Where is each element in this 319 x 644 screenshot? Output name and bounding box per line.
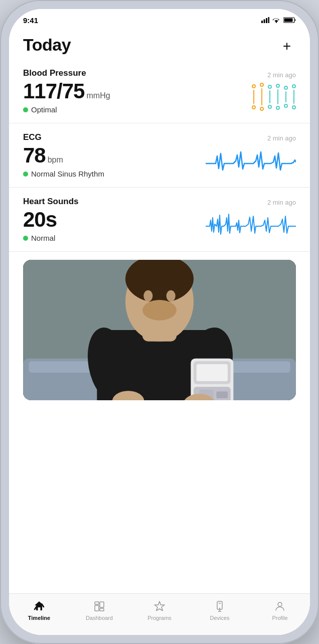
ecg-value: 78: [23, 143, 46, 168]
svg-point-36: [219, 608, 220, 609]
hs-value-row: 20s: [23, 208, 79, 232]
dashboard-label: Dashboard: [86, 615, 113, 621]
bp-dot: [260, 83, 264, 87]
heart-sounds-waveform: [206, 210, 296, 240]
bp-visual: [252, 83, 296, 111]
dashboard-svg: [93, 600, 105, 612]
nav-item-dashboard[interactable]: Dashboard: [69, 599, 129, 621]
bp-bar-1: [252, 84, 256, 109]
svg-rect-32: [95, 605, 99, 611]
svg-rect-23: [197, 364, 228, 381]
hs-label: Heart Sounds: [23, 197, 79, 207]
dashboard-icon: [93, 600, 106, 613]
svg-point-16: [167, 290, 176, 302]
bp-bar-5: [284, 86, 288, 108]
profile-label: Profile: [272, 615, 287, 621]
bp-line: [293, 90, 294, 104]
bp-value: 117/75: [23, 79, 84, 103]
hs-status-dot: [23, 236, 28, 241]
bp-bar-4: [276, 84, 280, 110]
bp-line: [261, 88, 262, 105]
svg-point-40: [278, 602, 282, 606]
ecg-status-text: Normal Sinus Rhythm: [31, 170, 104, 178]
nav-item-profile[interactable]: Profile: [250, 599, 310, 621]
ecg-waveform: [206, 146, 296, 176]
programs-icon: [153, 600, 166, 613]
hs-card-left: Heart Sounds 20s Normal: [23, 197, 79, 242]
battery-icon: [283, 17, 296, 23]
svg-rect-34: [100, 608, 104, 611]
bp-dot: [268, 85, 272, 89]
profile-icon: [273, 600, 286, 613]
photo-content: [23, 260, 296, 400]
bp-line: [277, 89, 278, 104]
bp-dot: [260, 107, 264, 111]
programs-svg: [153, 600, 166, 612]
bp-value-row: 117/75 mmHg: [23, 79, 110, 103]
hs-value: 20s: [23, 208, 57, 232]
devices-label: Devices: [210, 615, 229, 621]
profile-svg: [274, 600, 286, 612]
page-title: Today: [23, 35, 71, 55]
ecg-value-row: 78 bpm: [23, 143, 104, 168]
bp-line: [253, 90, 254, 104]
nav-item-programs[interactable]: Programs: [129, 599, 190, 621]
svg-rect-1: [264, 20, 265, 24]
bp-status: Optimal: [23, 105, 110, 114]
bp-dot: [268, 105, 272, 109]
photo-section: [23, 260, 296, 400]
ecg-unit: bpm: [48, 155, 63, 165]
bp-unit: mmHg: [86, 91, 110, 100]
content-area: Blood Pressure 117/75 mmHg Optimal 2 min…: [9, 55, 310, 593]
svg-rect-37: [219, 603, 221, 604]
svg-rect-0: [261, 21, 263, 23]
nav-item-timeline[interactable]: Timeline: [9, 599, 69, 621]
svg-rect-33: [100, 602, 104, 607]
svg-rect-3: [268, 17, 270, 23]
svg-point-17: [142, 300, 177, 320]
bottom-nav: Timeline Dashboard: [9, 593, 310, 635]
svg-point-15: [143, 290, 152, 302]
bp-card-left: Blood Pressure 117/75 mmHg Optimal: [23, 68, 110, 114]
svg-rect-31: [95, 602, 99, 604]
screen: 9:41: [9, 9, 310, 635]
bp-dot: [292, 84, 296, 88]
timeline-svg: [33, 600, 45, 612]
bp-dot: [292, 105, 296, 109]
heart-sounds-card[interactable]: Heart Sounds 20s Normal 2 min ago: [9, 188, 310, 252]
bp-bar-3: [268, 85, 272, 109]
bp-dot: [284, 86, 288, 90]
bp-dot: [252, 84, 256, 88]
nav-item-devices[interactable]: Devices: [190, 599, 250, 621]
svg-rect-2: [266, 18, 267, 23]
bp-bar-6: [292, 84, 296, 109]
ecg-card-left: ECG 78 bpm Normal Sinus Rhythm: [23, 132, 104, 178]
blood-pressure-card[interactable]: Blood Pressure 117/75 mmHg Optimal 2 min…: [9, 59, 310, 123]
hs-status-text: Normal: [31, 234, 55, 242]
bp-line: [269, 90, 270, 103]
phone-frame: 9:41: [0, 0, 319, 644]
bp-bar-2: [260, 83, 264, 111]
bp-dot: [276, 106, 280, 110]
add-button[interactable]: +: [278, 37, 296, 55]
bp-card-right: 2 min ago: [252, 71, 296, 111]
bp-status-text: Optimal: [31, 105, 57, 114]
status-time: 9:41: [23, 16, 38, 25]
bp-time: 2 min ago: [267, 71, 296, 79]
status-bar: 9:41: [9, 9, 310, 31]
ecg-label: ECG: [23, 132, 104, 142]
header: Today +: [9, 31, 310, 55]
hs-status: Normal: [23, 234, 79, 242]
ecg-status: Normal Sinus Rhythm: [23, 170, 104, 178]
svg-marker-28: [35, 601, 44, 605]
hs-card-right: 2 min ago: [206, 199, 296, 240]
bp-line: [285, 91, 286, 102]
wifi-icon: [272, 17, 280, 23]
hs-time: 2 min ago: [267, 199, 296, 206]
devices-icon: [213, 600, 226, 613]
programs-label: Programs: [147, 615, 172, 621]
ecg-card[interactable]: ECG 78 bpm Normal Sinus Rhythm 2 min ago: [9, 123, 310, 188]
ecg-status-dot: [23, 172, 28, 177]
photo-illustration: [23, 260, 296, 400]
bp-dot: [276, 84, 280, 88]
